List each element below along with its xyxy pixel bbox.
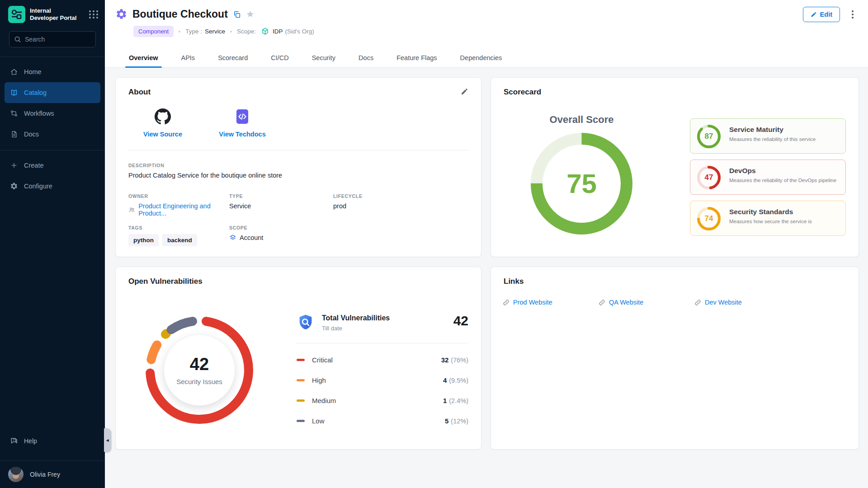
tab-apis[interactable]: APIs <box>180 49 196 68</box>
techdocs-icon <box>234 108 250 125</box>
workflows-icon <box>10 109 18 117</box>
dev-website-link[interactable]: Dev Website <box>694 299 790 306</box>
docs-icon <box>10 130 18 138</box>
scorecard-item-devops[interactable]: 47 DevOps Measures the reliability of th… <box>690 160 846 195</box>
entity-meta: Component Type : Service Scope: IDP (Sid… <box>105 20 868 37</box>
legend-swatch <box>297 359 305 361</box>
description-field: DESCRIPTION Product Catalog Service for … <box>128 163 282 179</box>
catalog-book-icon <box>10 89 18 97</box>
main-area: Boutique Checkout Component Type : Servi… <box>105 0 868 488</box>
owner-field: OWNER Product Engineering and Product... <box>128 193 229 217</box>
link-icon <box>599 299 605 306</box>
type-value: Service <box>205 28 225 35</box>
edit-button[interactable]: Edit <box>803 7 840 22</box>
scorecard-card: Scorecard Overall Score 75 87 Service Ma… <box>491 77 859 257</box>
avatar <box>8 467 24 482</box>
sidebar-item-configure[interactable]: Configure <box>5 176 100 197</box>
help-button[interactable]: ? Help <box>0 431 105 451</box>
scope-org: (Sid's Org) <box>285 28 314 35</box>
search-placeholder: Search <box>25 36 45 43</box>
prod-website-link[interactable]: Prod Website <box>503 299 599 306</box>
home-icon <box>10 68 18 76</box>
legend-row-high: High 4 (9.5%) <box>297 370 468 390</box>
search-icon <box>14 36 21 43</box>
overall-score-donut: 75 <box>531 133 632 235</box>
tab-bar: Overview APIs Scorecard CI/CD Security D… <box>105 49 503 68</box>
svg-text:?: ? <box>13 438 14 441</box>
apps-grid-icon[interactable] <box>89 10 99 19</box>
star-icon[interactable] <box>246 10 255 19</box>
score-gauge: 87 <box>697 125 721 148</box>
sidebar-item-create[interactable]: Create <box>5 155 100 176</box>
about-title: About <box>128 88 468 97</box>
tag-chip[interactable]: backend <box>162 234 197 246</box>
gear-icon <box>10 182 18 190</box>
divider <box>297 343 468 343</box>
type-field: TYPE Service <box>229 193 333 217</box>
legend-row-critical: Critical 32 (76%) <box>297 350 468 370</box>
link-icon <box>503 299 509 306</box>
kind-badge: Component <box>133 26 174 37</box>
tab-overview[interactable]: Overview <box>128 49 159 68</box>
brand: Internal Developer Portal <box>0 0 105 23</box>
sidebar-footer: ? Help Olivia Frey <box>0 431 105 488</box>
divider <box>128 150 468 150</box>
vulnerabilities-card: Open Vulnerabilities 42 Security Issues <box>115 267 481 450</box>
vulnerabilities-donut: 42 Security Issues <box>145 316 254 424</box>
tab-docs[interactable]: Docs <box>358 49 374 68</box>
tab-feature-flags[interactable]: Feature Flags <box>396 49 438 68</box>
scorecard-item-security-standards[interactable]: 74 Security Standards Measures how secur… <box>690 201 846 236</box>
total-vulnerabilities-row: Total Vulnerabilities Till date 42 <box>297 313 468 332</box>
legend-row-medium: Medium 1 (2.4%) <box>297 390 468 411</box>
scope-name: IDP <box>273 28 283 35</box>
about-card: About View Source <box>115 77 481 257</box>
vulnerabilities-title: Open Vulnerabilities <box>128 277 468 286</box>
more-options-button[interactable] <box>850 9 855 20</box>
legend-row-low: Low 5 (12%) <box>297 411 468 431</box>
tab-scorecard[interactable]: Scorecard <box>217 49 249 68</box>
page-header: Boutique Checkout Component Type : Servi… <box>105 0 868 68</box>
content-grid: About View Source <box>105 68 868 450</box>
copy-icon[interactable] <box>233 10 241 19</box>
legend-swatch <box>297 420 305 422</box>
overall-score-label: Overall Score <box>531 114 632 126</box>
owner-link[interactable]: Product Engineering and Product... <box>128 202 229 217</box>
component-gear-icon <box>115 8 127 20</box>
tab-security[interactable]: Security <box>311 49 336 68</box>
user-menu[interactable]: Olivia Frey <box>0 461 105 488</box>
scope-field: SCOPE Account <box>229 225 333 246</box>
tab-dependencies[interactable]: Dependencies <box>459 49 503 68</box>
view-source-link[interactable]: View Source <box>133 108 192 138</box>
sidebar-item-workflows[interactable]: Workflows <box>5 103 100 124</box>
about-edit-pencil-icon[interactable] <box>461 88 468 95</box>
scorecard-items: 87 Service Maturity Measures the reliabi… <box>690 118 846 236</box>
lifecycle-field: LIFECYCLE prod <box>333 193 454 217</box>
page-title: Boutique Checkout <box>132 8 228 20</box>
user-name: Olivia Frey <box>30 471 60 478</box>
sidebar-item-docs[interactable]: Docs <box>5 124 100 145</box>
vulnerabilities-donut-center: 42 Security Issues <box>164 334 235 406</box>
view-techdocs-link[interactable]: View Techdocs <box>213 108 272 138</box>
scope-cube-icon <box>261 27 269 36</box>
legend-swatch <box>297 399 305 402</box>
shield-scan-icon <box>297 313 315 332</box>
scorecard-title: Scorecard <box>504 88 846 97</box>
tag-chip[interactable]: python <box>128 234 159 246</box>
github-icon <box>155 108 171 125</box>
brand-name: Internal Developer Portal <box>30 7 76 22</box>
internal-developer-portal: Internal Developer Portal Search Home <box>0 0 868 488</box>
tags-field: TAGS python backend <box>128 225 229 246</box>
sidebar-item-home[interactable]: Home <box>5 61 100 82</box>
overall-score-value: 75 <box>531 133 632 235</box>
sidebar-item-catalog[interactable]: Catalog <box>5 82 100 103</box>
legend-swatch <box>297 379 305 381</box>
search-input[interactable]: Search <box>9 31 96 47</box>
scorecard-item-service-maturity[interactable]: 87 Service Maturity Measures the reliabi… <box>690 118 846 154</box>
sidebar-actions: Create Configure <box>0 150 105 197</box>
description-value: Product Catalog Service for the boutique… <box>128 172 282 179</box>
help-chat-icon: ? <box>10 437 18 445</box>
qa-website-link[interactable]: QA Website <box>599 299 694 306</box>
account-layers-icon <box>229 234 236 241</box>
score-gauge: 47 <box>697 166 721 189</box>
tab-cicd[interactable]: CI/CD <box>270 49 289 68</box>
